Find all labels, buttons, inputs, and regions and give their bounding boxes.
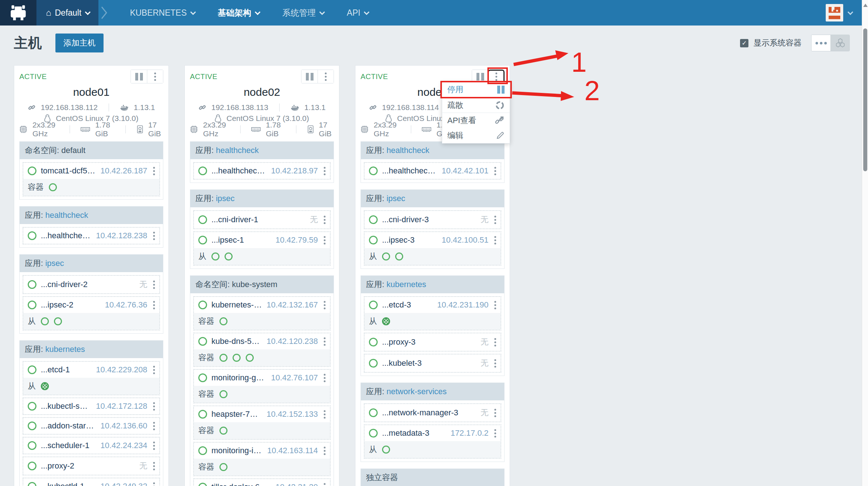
pod-row[interactable]: ...healthcheck-2 10.42.128.238 bbox=[23, 228, 159, 244]
pod-kebab-icon[interactable] bbox=[324, 216, 326, 224]
environment-selector[interactable]: ⌂ Default bbox=[36, 0, 98, 26]
pod-row[interactable]: ...network-manager-3 无 bbox=[365, 404, 501, 422]
container-status-circle[interactable] bbox=[225, 252, 233, 260]
container-status-circle[interactable] bbox=[49, 183, 57, 191]
app-link[interactable]: ipsec bbox=[386, 194, 405, 203]
pod-name[interactable]: tiller-deploy-64799799c-... bbox=[211, 482, 271, 486]
pod-row[interactable]: ...kubelet-3 无 bbox=[365, 354, 501, 372]
app-link[interactable]: kubernetes bbox=[386, 280, 426, 289]
menu-item-view-in-api[interactable]: API查看 bbox=[442, 113, 510, 128]
pod-name[interactable]: tomcat1-dcf5b9db5-hczj4 bbox=[41, 166, 96, 176]
pod-row[interactable]: ...kubectl-shell-1 10.42.172.128 bbox=[23, 398, 159, 414]
pod-row[interactable]: kubernetes-dashboard-... 10.42.132.167 bbox=[194, 297, 330, 313]
pod-status-circle[interactable] bbox=[198, 301, 207, 309]
pod-status-circle[interactable] bbox=[369, 215, 378, 224]
app-link[interactable]: healthcheck bbox=[386, 146, 429, 155]
pod-kebab-icon[interactable] bbox=[494, 167, 496, 175]
pod-name[interactable]: monitoring-grafana-74d... bbox=[211, 373, 267, 383]
pod-row[interactable]: monitoring-influxdb-d9... 10.42.163.114 bbox=[194, 443, 330, 459]
pod-kebab-icon[interactable] bbox=[324, 374, 326, 382]
pod-status-circle[interactable] bbox=[369, 408, 378, 417]
pod-row[interactable]: ...ipsec-1 10.42.79.59 bbox=[194, 232, 330, 248]
pod-row[interactable]: tomcat1-dcf5b9db5-hczj4 10.42.26.187 bbox=[23, 163, 159, 179]
container-status-circle[interactable] bbox=[219, 427, 227, 435]
pod-name[interactable]: heapster-7bc7c7df4f-7j... bbox=[211, 409, 262, 419]
pod-row[interactable]: monitoring-grafana-74d... 10.42.76.107 bbox=[194, 370, 330, 386]
pod-name[interactable]: monitoring-influxdb-d9... bbox=[211, 446, 263, 455]
pod-kebab-icon[interactable] bbox=[153, 167, 155, 175]
app-link[interactable]: healthcheck bbox=[45, 211, 88, 220]
scrollbar-thumb[interactable] bbox=[863, 28, 867, 171]
pod-name[interactable]: ...etcd-1 bbox=[41, 365, 92, 375]
pod-row[interactable]: ...ipsec-3 10.42.100.51 bbox=[365, 232, 501, 248]
pod-row[interactable]: ...cni-driver-2 无 bbox=[23, 276, 159, 293]
app-link[interactable]: ipsec bbox=[216, 194, 234, 203]
pod-status-circle[interactable] bbox=[28, 402, 36, 411]
pod-kebab-icon[interactable] bbox=[324, 483, 326, 486]
scroll-up-arrow-icon[interactable] bbox=[863, 4, 868, 7]
nav-menu-kubernetes[interactable]: KUBERNETES bbox=[130, 8, 194, 18]
pod-kebab-icon[interactable] bbox=[494, 236, 496, 244]
show-system-containers-checkbox[interactable]: ✓ bbox=[740, 39, 748, 47]
pod-status-circle[interactable] bbox=[28, 166, 36, 175]
app-link[interactable]: healthcheck bbox=[216, 146, 258, 155]
pod-kebab-icon[interactable] bbox=[153, 301, 155, 309]
user-avatar[interactable] bbox=[826, 4, 843, 21]
pod-name[interactable]: ...cni-driver-3 bbox=[382, 215, 476, 224]
container-status-circle[interactable] bbox=[382, 252, 390, 260]
sidekick-pattern-circle[interactable] bbox=[382, 317, 390, 325]
pod-row[interactable]: ...proxy-3 无 bbox=[365, 333, 501, 351]
pod-status-circle[interactable] bbox=[369, 338, 378, 346]
pod-name[interactable]: ...healthcheck-1 bbox=[211, 166, 267, 176]
pod-status-circle[interactable] bbox=[369, 359, 378, 368]
pod-kebab-icon[interactable] bbox=[153, 366, 155, 374]
pod-kebab-icon[interactable] bbox=[153, 462, 155, 470]
host-kebab-button[interactable] bbox=[147, 70, 163, 83]
nav-menu-api[interactable]: API bbox=[347, 8, 368, 18]
container-status-circle[interactable] bbox=[246, 354, 254, 362]
pod-status-circle[interactable] bbox=[28, 441, 36, 450]
app-link[interactable]: kubernetes bbox=[45, 345, 85, 354]
pod-status-circle[interactable] bbox=[28, 462, 36, 470]
pod-row[interactable]: ...etcd-3 10.42.231.190 bbox=[365, 297, 501, 313]
pod-status-circle[interactable] bbox=[198, 215, 207, 224]
container-status-circle[interactable] bbox=[219, 317, 227, 325]
pod-kebab-icon[interactable] bbox=[153, 402, 155, 411]
page-scrollbar[interactable] bbox=[862, 0, 868, 486]
pod-status-circle[interactable] bbox=[198, 166, 207, 175]
card-view-button[interactable] bbox=[811, 35, 830, 51]
pod-status-circle[interactable] bbox=[28, 422, 36, 430]
pod-name[interactable]: ...ipsec-1 bbox=[211, 235, 271, 245]
pod-kebab-icon[interactable] bbox=[153, 482, 155, 486]
container-status-circle[interactable] bbox=[219, 354, 227, 362]
sidekick-pattern-circle[interactable] bbox=[41, 382, 49, 390]
pod-row[interactable]: ...proxy-2 无 bbox=[23, 457, 159, 475]
host-pause-button[interactable] bbox=[301, 70, 318, 83]
pod-status-circle[interactable] bbox=[198, 373, 207, 382]
pod-kebab-icon[interactable] bbox=[494, 338, 496, 346]
pod-row[interactable]: ...metadata-3 172.17.0.2 bbox=[365, 425, 501, 441]
pod-status-circle[interactable] bbox=[198, 410, 207, 419]
menu-item-deactivate[interactable]: 停用 bbox=[442, 82, 510, 97]
pod-kebab-icon[interactable] bbox=[153, 442, 155, 450]
pod-status-circle[interactable] bbox=[28, 231, 36, 240]
pod-row[interactable]: ...addon-starter-1 10.42.136.60 bbox=[23, 418, 159, 434]
pod-name[interactable]: ...proxy-3 bbox=[382, 337, 476, 347]
pod-name[interactable]: ...etcd-3 bbox=[382, 300, 433, 310]
pod-name[interactable]: ...healthcheck-3 bbox=[382, 166, 437, 176]
pod-name[interactable]: ...proxy-2 bbox=[41, 461, 135, 471]
pod-status-circle[interactable] bbox=[28, 482, 36, 486]
host-name[interactable]: node02 bbox=[190, 86, 334, 98]
pod-name[interactable]: kube-dns-56495f67b9-... bbox=[211, 337, 262, 346]
pod-kebab-icon[interactable] bbox=[494, 409, 496, 417]
pod-kebab-icon[interactable] bbox=[324, 236, 326, 244]
pod-name[interactable]: ...kubectl-shell-1 bbox=[41, 401, 92, 411]
host-name[interactable]: node01 bbox=[19, 86, 163, 98]
pod-name[interactable]: ...metadata-3 bbox=[382, 428, 446, 438]
host-pause-button[interactable] bbox=[131, 70, 147, 83]
pod-name[interactable]: ...addon-starter-1 bbox=[41, 421, 96, 431]
pod-name[interactable]: ...cni-driver-1 bbox=[211, 215, 305, 224]
host-kebab-button[interactable] bbox=[318, 70, 334, 83]
pod-status-circle[interactable] bbox=[369, 166, 378, 175]
pod-status-circle[interactable] bbox=[198, 483, 207, 486]
